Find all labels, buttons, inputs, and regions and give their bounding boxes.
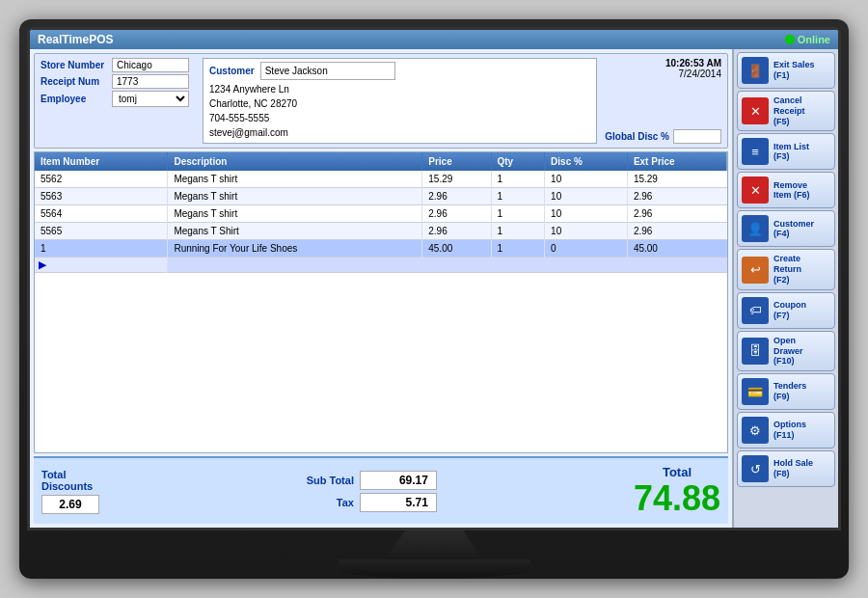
cell-ext-price: 2.96: [627, 188, 727, 205]
cell-qty: 1: [491, 240, 545, 258]
tenders-label: Tenders(F9): [773, 381, 806, 402]
customer-icon: 👤: [742, 215, 769, 242]
create-return-label: CreateReturn(F2): [773, 254, 801, 285]
table-row[interactable]: 5562 Megans T shirt 15.29 1 10 15.29: [35, 171, 727, 188]
datetime-global: 10:26:53 AM 7/24/2014 Global Disc %: [605, 58, 721, 144]
cell-item-number: 5562: [35, 171, 168, 188]
table-header-row: Item Number Description Price Qty Disc %…: [35, 152, 727, 171]
cell-description: Running For Your Life Shoes: [168, 240, 422, 258]
subtotal-row: Sub Total 69.17: [296, 471, 437, 490]
total-label: Total: [663, 465, 692, 479]
customer-email: stevej@gmail.com: [209, 125, 590, 140]
col-qty: Qty: [491, 152, 545, 171]
item-list-label: Item List(F3): [773, 142, 809, 163]
total-value: 74.88: [634, 479, 720, 518]
cell-ext-price: 2.96: [627, 223, 727, 240]
exit-sales-icon: 🚪: [742, 57, 769, 84]
cell-price: 2.96: [422, 188, 491, 205]
sidebar-btn-customer[interactable]: 👤 Customer(F4): [737, 210, 835, 247]
total-area: Total 74.88: [634, 465, 720, 518]
cell-item-number: 1: [35, 240, 168, 258]
sidebar-btn-exit-sales[interactable]: 🚪 Exit Sales(F1): [737, 52, 835, 89]
employee-label: Employee: [41, 94, 108, 104]
customer-phone: 704-555-5555: [209, 111, 590, 125]
cell-description: Megans T shirt: [168, 188, 422, 205]
customer-name-row: Customer Steve Jackson: [209, 62, 590, 80]
cell-qty: 1: [491, 223, 545, 240]
items-table: Item Number Description Price Qty Disc %…: [34, 151, 728, 453]
app-title: RealTimePOS: [38, 33, 113, 46]
cell-price: 15.29: [422, 171, 491, 188]
footer-section: TotalDiscounts 2.69 Sub Total 69.17 Tax …: [34, 456, 728, 524]
col-item-number: Item Number: [35, 152, 168, 171]
discounts-value: 2.69: [41, 495, 99, 514]
cell-price: 2.96: [422, 223, 491, 240]
table-row[interactable]: 5563 Megans T shirt 2.96 1 10 2.96: [35, 188, 727, 205]
cell-price: 45.00: [422, 240, 491, 258]
customer-label: Customer(F4): [773, 219, 814, 240]
sidebar-btn-hold-sale[interactable]: ↺ Hold Sale(F8): [737, 450, 835, 487]
cell-qty: 1: [491, 171, 545, 188]
customer-name-input[interactable]: Steve Jackson: [260, 62, 395, 80]
datetime: 10:26:53 AM 7/24/2014: [665, 58, 721, 79]
store-row: Store Number Chicago: [41, 58, 195, 72]
sidebar-btn-cancel-receipt[interactable]: ✕ CancelReceipt(F5): [737, 91, 835, 131]
online-dot: [785, 35, 795, 44]
online-indicator: Online: [785, 34, 830, 45]
sidebar-btn-open-drawer[interactable]: 🗄 OpenDrawer(F10): [737, 331, 835, 371]
col-description: Description: [168, 152, 422, 171]
remove-item-label: RemoveItem (F6): [773, 180, 810, 202]
employee-select[interactable]: tomj: [112, 91, 189, 107]
subtotal-label: Sub Total: [296, 475, 354, 486]
open-drawer-icon: 🗄: [742, 338, 769, 365]
arrow-cell: ▶: [35, 258, 168, 273]
monitor-stand: [386, 530, 482, 559]
employee-row: Employee tomj: [41, 91, 195, 107]
sidebar-btn-create-return[interactable]: ↩ CreateReturn(F2): [737, 249, 835, 289]
screen: RealTimePOS Online Store Nu: [27, 27, 841, 530]
cancel-receipt-label: CancelReceipt(F5): [773, 95, 805, 126]
cell-description: Megans T Shirt: [168, 223, 422, 240]
cell-item-number: 5564: [35, 205, 168, 223]
table-row[interactable]: 1 Running For Your Life Shoes 45.00 1 0 …: [35, 240, 727, 258]
sidebar-btn-tenders[interactable]: 💳 Tenders(F9): [737, 373, 835, 410]
tax-row: Tax 5.71: [296, 493, 437, 512]
item-list-icon: ≡: [742, 138, 769, 165]
cell-item-number: 5563: [35, 188, 168, 205]
cell-disc: 10: [545, 171, 628, 188]
subtax-area: Sub Total 69.17 Tax 5.71: [296, 471, 437, 512]
cell-ext-price: 45.00: [627, 240, 727, 258]
monitor-base: [338, 559, 530, 579]
sidebar-btn-item-list[interactable]: ≡ Item List(F3): [737, 133, 835, 170]
cell-description: Megans T shirt: [168, 205, 422, 223]
sidebar-btn-options[interactable]: ⚙ Options(F11): [737, 412, 835, 448]
customer-address1: 1234 Anywhere Ln: [209, 82, 590, 96]
left-content: Store Number Chicago Receipt Num 1773 Em…: [30, 49, 732, 528]
hold-sale-label: Hold Sale(F8): [773, 458, 813, 479]
tenders-icon: 💳: [742, 378, 769, 405]
table-row[interactable]: 5565 Megans T Shirt 2.96 1 10 2.96: [35, 223, 727, 240]
subtotal-value: 69.17: [360, 471, 437, 490]
cell-price: 2.96: [422, 205, 491, 223]
date: 7/24/2014: [665, 68, 721, 79]
sidebar-btn-coupon[interactable]: 🏷 Coupon(F7): [737, 292, 835, 329]
time: 10:26:53 AM: [665, 58, 721, 68]
customer-label: Customer: [209, 64, 255, 78]
cell-item-number: 5565: [35, 223, 168, 240]
title-bar: RealTimePOS Online: [30, 30, 838, 49]
pos-application: RealTimePOS Online Store Nu: [30, 30, 838, 528]
table-row[interactable]: 5564 Megans T shirt 2.96 1 10 2.96: [35, 205, 727, 223]
cell-disc: 10: [545, 188, 628, 205]
options-icon: ⚙: [742, 417, 769, 444]
cell-qty: 1: [491, 205, 545, 223]
hold-sale-icon: ↺: [742, 455, 769, 482]
global-disc-input[interactable]: [673, 129, 721, 144]
coupon-icon: 🏷: [742, 297, 769, 324]
cell-description: Megans T shirt: [168, 171, 422, 188]
discounts-area: TotalDiscounts 2.69: [41, 469, 99, 514]
cell-disc: 10: [545, 205, 628, 223]
sidebar-btn-remove-item[interactable]: ✕ RemoveItem (F6): [737, 172, 835, 208]
tax-value: 5.71: [360, 493, 437, 512]
col-ext-price: Ext Price: [627, 152, 727, 171]
tax-label: Tax: [296, 497, 354, 508]
